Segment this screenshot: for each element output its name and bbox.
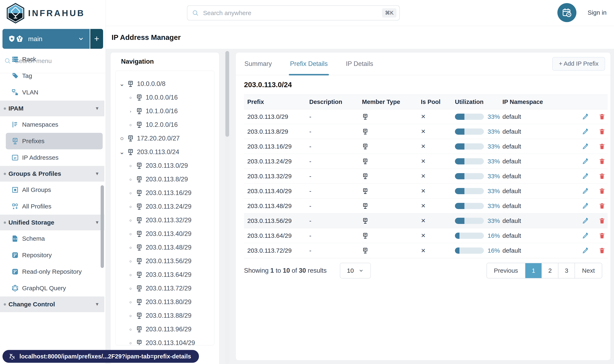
add-ip-prefix-button[interactable]: + Add IP Prefix xyxy=(552,57,605,71)
tree-marker-icon[interactable]: ○ xyxy=(127,341,134,345)
sidebar-section-unified-storage[interactable]: Unified Storage ▼ xyxy=(0,215,104,230)
tree-marker-icon[interactable]: ○ xyxy=(127,191,134,195)
tree-marker-icon[interactable]: ○ xyxy=(118,135,125,142)
table-row[interactable]: 203.0.113.48/29 - IP ✕ 33% de xyxy=(244,198,608,213)
edit-icon[interactable] xyxy=(582,232,589,239)
sidebar-item-namespaces[interactable]: Namespaces xyxy=(6,116,103,133)
prefix-cell[interactable]: 203.0.113.56/29 xyxy=(247,217,309,224)
schedule-button[interactable] xyxy=(557,3,576,22)
tree-scrollbar[interactable] xyxy=(225,51,230,364)
table-row[interactable]: 203.0.113.56/29 - IP ✕ 33% de xyxy=(244,213,608,228)
table-row[interactable]: 203.0.113.72/29 - IP ✕ 16% de xyxy=(244,243,608,258)
delete-icon[interactable] xyxy=(599,217,605,224)
delete-icon[interactable] xyxy=(599,113,605,120)
prefix-cell[interactable]: 203.0.113.8/29 xyxy=(247,128,309,135)
sidebar-section-groups-profiles[interactable]: Groups & Profiles ▼ xyxy=(0,166,104,182)
prefix-cell[interactable]: 203.0.113.24/29 xyxy=(247,158,309,165)
tree-marker-icon[interactable]: ○ xyxy=(127,232,134,236)
tree-item[interactable]: ○ IP 203.0.113.48/29 xyxy=(116,241,214,254)
delete-icon[interactable] xyxy=(599,173,605,180)
prefix-cell[interactable]: 203.0.113.32/29 xyxy=(247,173,309,180)
edit-icon[interactable] xyxy=(582,202,589,209)
tree-item[interactable]: ○ IP 203.0.113.40/29 xyxy=(116,227,214,241)
tree-marker-icon[interactable]: ○ xyxy=(127,164,134,168)
tree-marker-icon[interactable]: ○ xyxy=(127,300,134,304)
tree-item[interactable]: › IP 10.1.0.0/16 xyxy=(116,104,214,118)
tree-item[interactable]: ○ IP 203.0.113.8/29 xyxy=(116,172,214,186)
tree-marker-icon[interactable]: ○ xyxy=(127,96,134,100)
tree-marker-icon[interactable]: ○ xyxy=(127,259,134,263)
prefix-cell[interactable]: 203.0.113.16/29 xyxy=(247,143,309,150)
tree-item[interactable]: ⌄ IP 10.0.0.0/8 xyxy=(116,77,214,91)
table-row[interactable]: 203.0.113.32/29 - IP ✕ 33% de xyxy=(244,169,608,184)
tree-item[interactable]: ○ IP 10.2.0.0/16 xyxy=(116,118,214,131)
tree-item[interactable]: ○ IP 203.0.113.0/29 xyxy=(116,159,214,172)
table-row[interactable]: 203.0.113.40/29 - IP ✕ 33% de xyxy=(244,184,608,198)
next-page-button[interactable]: Next xyxy=(575,263,602,278)
tree-marker-icon[interactable]: ○ xyxy=(127,273,134,277)
delete-icon[interactable] xyxy=(599,128,605,135)
tree-marker-icon[interactable]: ○ xyxy=(127,123,134,127)
edit-icon[interactable] xyxy=(582,128,589,135)
tree-marker-icon[interactable]: ○ xyxy=(127,205,134,209)
edit-icon[interactable] xyxy=(582,143,589,150)
sidebar-item-prefixes[interactable]: IP Prefixes xyxy=(6,133,103,149)
tree-marker-icon[interactable]: ⌄ xyxy=(118,149,125,155)
edit-icon[interactable] xyxy=(582,217,589,224)
table-row[interactable]: 203.0.113.8/29 - IP ✕ 33% def xyxy=(244,124,608,139)
table-row[interactable]: 203.0.113.24/29 - IP ✕ 33% de xyxy=(244,154,608,169)
delete-icon[interactable] xyxy=(599,232,605,239)
tab-prefix-details[interactable]: Prefix Details xyxy=(289,52,329,75)
prefix-cell[interactable]: 203.0.113.0/29 xyxy=(247,113,309,120)
tree-marker-icon[interactable]: ○ xyxy=(127,327,134,331)
edit-icon[interactable] xyxy=(582,158,589,165)
add-branch-button[interactable]: + xyxy=(90,29,103,49)
edit-icon[interactable] xyxy=(582,188,589,195)
global-search-input[interactable] xyxy=(203,9,382,17)
previous-page-button[interactable]: Previous xyxy=(487,263,525,278)
sidebar-section-ipam[interactable]: IPAM ▼ xyxy=(0,101,104,116)
tab-summary[interactable]: Summary xyxy=(243,52,273,75)
table-row[interactable]: 203.0.113.0/29 - IP ✕ 33% def xyxy=(244,109,608,124)
tree-item[interactable]: ○ IP 203.0.113.104/29 xyxy=(116,336,214,345)
sidebar-item-ip-addresses[interactable]: IP IP Addresses xyxy=(6,149,103,166)
tree-marker-icon[interactable]: ○ xyxy=(127,246,134,249)
tree-marker-icon[interactable]: ○ xyxy=(127,218,134,222)
tree-marker-icon[interactable]: ○ xyxy=(127,314,134,318)
tab-ip-details[interactable]: IP Details xyxy=(345,52,374,75)
tree-item[interactable]: ⌄ IP 203.0.113.0/24 xyxy=(116,145,214,159)
prefix-cell[interactable]: 203.0.113.48/29 xyxy=(247,202,309,209)
tree-marker-icon[interactable]: ⌄ xyxy=(118,81,125,87)
sidebar-item-all-groups[interactable]: All Groups xyxy=(6,182,103,198)
tree-item[interactable]: ○ IP 203.0.113.56/29 xyxy=(116,254,214,268)
table-row[interactable]: 203.0.113.16/29 - IP ✕ 33% de xyxy=(244,139,608,154)
page-number-button[interactable]: 1 xyxy=(525,263,541,278)
tree-marker-icon[interactable]: ○ xyxy=(127,177,134,181)
edit-icon[interactable] xyxy=(582,173,589,180)
prefix-cell[interactable]: 203.0.113.64/29 xyxy=(247,232,309,239)
page-size-select[interactable]: 10 xyxy=(340,263,371,278)
sidebar-item-schema[interactable]: Schema xyxy=(6,230,103,247)
logo[interactable]: INFRAHUB xyxy=(0,0,105,26)
tree-item[interactable]: ○ IP 203.0.113.16/29 xyxy=(116,186,214,200)
page-number-button[interactable]: 2 xyxy=(541,263,558,278)
tree-marker-icon[interactable]: › xyxy=(127,109,134,113)
sidebar-item-rack[interactable]: Rack xyxy=(6,51,103,67)
table-row[interactable]: 203.0.113.64/29 - IP ✕ 16% de xyxy=(244,228,608,243)
tree-item[interactable]: ○ IP 203.0.113.96/29 xyxy=(116,323,214,336)
delete-icon[interactable] xyxy=(599,158,605,165)
branch-selector[interactable]: main xyxy=(2,29,90,49)
sidebar-item-all-profiles[interactable]: All Profiles xyxy=(6,198,103,215)
prefix-cell[interactable]: 203.0.113.72/29 xyxy=(247,247,309,254)
edit-icon[interactable] xyxy=(582,113,589,120)
sidebar-item-repository[interactable]: Repository xyxy=(6,247,103,263)
delete-icon[interactable] xyxy=(599,143,605,150)
tree-item[interactable]: ○ IP 10.0.0.0/16 xyxy=(116,91,214,104)
delete-icon[interactable] xyxy=(599,247,605,254)
tree-marker-icon[interactable]: ○ xyxy=(127,286,134,290)
tree-item[interactable]: ○ IP 203.0.113.32/29 xyxy=(116,213,214,227)
sidebar-item-vlan[interactable]: VLAN xyxy=(6,84,103,101)
tree-item[interactable]: ○ IP 172.20.20.0/27 xyxy=(116,131,214,145)
sidebar-item-graphql-query[interactable]: GraphQL Query xyxy=(6,280,103,297)
sidebar-section-change-control[interactable]: Change Control ▼ xyxy=(0,297,104,312)
